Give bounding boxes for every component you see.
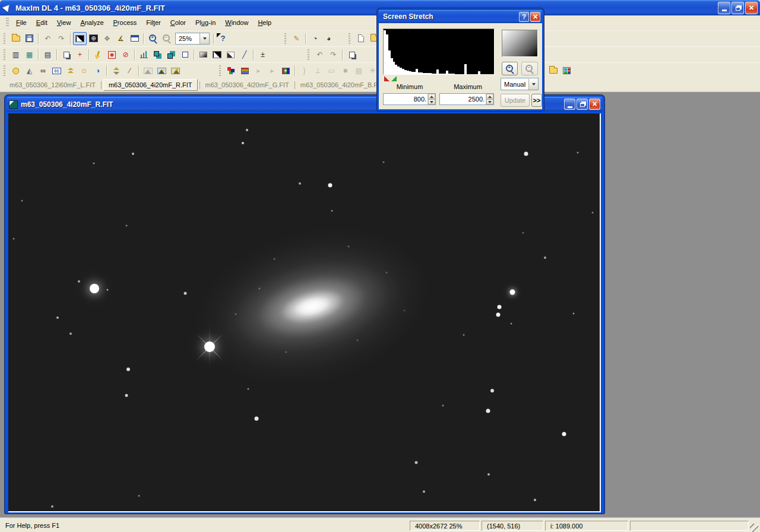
toolbar-grip[interactable] [2, 33, 7, 44]
minimum-up-button[interactable] [428, 94, 435, 99]
screen-stretch-dialog[interactable]: Screen Stretch ? × Minimum Maximum + − [377, 8, 544, 111]
maximum-marker-icon[interactable] [391, 76, 397, 81]
menu-analyze[interactable]: Analyze [75, 17, 108, 28]
image-window[interactable]: m63_050306_4i20mF_R.FIT × [5, 95, 604, 514]
flatten-background-button[interactable] [197, 48, 210, 61]
expand-button[interactable]: >> [531, 94, 542, 107]
mosaic-button[interactable] [560, 64, 574, 77]
rank-filter-button[interactable] [64, 64, 77, 77]
zoom-level-dropdown[interactable] [200, 33, 209, 44]
image-canvas[interactable] [8, 113, 601, 512]
toolbar-separator [106, 65, 107, 76]
mountain-dusk-button[interactable] [169, 64, 182, 77]
save-button[interactable] [23, 32, 36, 45]
zoom-level-combo[interactable]: 25% [175, 33, 210, 45]
toolbar-grip[interactable] [306, 49, 311, 60]
resize-grip[interactable] [750, 524, 758, 532]
tab-m63_050306_4i20mf_b.fit[interactable]: m63_050306_4i20mF_B.FIT [296, 80, 388, 90]
dialog-title-bar[interactable]: Screen Stretch ? × [379, 10, 542, 23]
maximum-down-button[interactable] [486, 99, 493, 104]
dialog-close-button[interactable]: × [530, 12, 540, 22]
new-document-button[interactable] [354, 32, 368, 45]
maximum-up-button[interactable] [486, 94, 493, 99]
toolbar-grip[interactable] [2, 65, 7, 76]
remove-artifact-button[interactable]: ⊘ [119, 48, 132, 61]
menu-file[interactable]: File [11, 17, 31, 28]
color-stack-button[interactable] [238, 64, 252, 77]
zoom-out-icon: − [525, 64, 534, 74]
menu-plugin[interactable]: Plug-in [191, 17, 220, 28]
calibration-button[interactable]: ▦ [23, 48, 36, 61]
annotate-button[interactable] [9, 64, 23, 77]
color-combine-button[interactable] [224, 64, 238, 77]
stretch-mode-combo[interactable]: Manual [501, 78, 539, 90]
toolbar-grip[interactable] [347, 33, 352, 44]
minimum-input[interactable] [384, 94, 428, 104]
menu-help[interactable]: Help [253, 17, 276, 28]
save-group-button[interactable] [546, 64, 560, 77]
toolbar-grip[interactable] [2, 49, 7, 60]
minimum-marker-icon[interactable] [384, 76, 390, 81]
information-window-button[interactable] [128, 32, 141, 45]
screen-stretch-button[interactable] [73, 32, 87, 45]
dark-glasses-icon: ∞ [38, 66, 48, 76]
dialog-help-button[interactable]: ? [519, 12, 529, 22]
zoom-in-button[interactable]: + [146, 32, 160, 45]
clock-button[interactable]: ◔ [308, 32, 322, 45]
clock-alarm-button[interactable]: ◕ [322, 32, 335, 45]
tab-m63_050306_4i20mf_g.fit[interactable]: m63_050306_4i20mF_G.FIT [201, 80, 294, 90]
stretch-mode-dropdown[interactable] [528, 79, 538, 90]
restore-button[interactable] [732, 2, 744, 14]
planet-button[interactable]: ◑ [91, 64, 104, 77]
measure-button[interactable]: ∡ [114, 32, 128, 45]
menu-process[interactable]: Process [109, 17, 142, 28]
image-minimize-button[interactable] [564, 99, 575, 110]
fft-graph-button[interactable] [137, 48, 151, 61]
menu-color[interactable]: Color [166, 17, 191, 28]
menu-filter[interactable]: Filter [141, 17, 165, 28]
duplicate-button[interactable] [345, 48, 359, 61]
sequence-button[interactable]: 01 [50, 64, 64, 77]
menu-edit[interactable]: Edit [31, 17, 52, 28]
remove-artifact-icon: ⊘ [121, 50, 131, 60]
tab-m63_050306_4i20mf_r.fit[interactable]: m63_050306_4i20mF_R.FIT [103, 79, 198, 91]
align-button[interactable] [151, 48, 164, 61]
open-button[interactable] [9, 32, 23, 45]
pixel-math-button[interactable]: ± [256, 48, 270, 61]
stack-button[interactable] [164, 48, 178, 61]
mountain-day-button[interactable] [155, 64, 169, 77]
menu-view[interactable]: View [52, 17, 76, 28]
maximum-input[interactable] [440, 94, 486, 104]
histogram-zoom-in-button[interactable]: + [502, 62, 518, 75]
blink-button[interactable] [178, 48, 192, 61]
stretch-histogram[interactable] [383, 28, 495, 75]
minimum-down-button[interactable] [428, 99, 435, 104]
toolbar-grip[interactable] [283, 33, 288, 44]
menu-window[interactable]: Window [220, 17, 253, 28]
tab-m63_050306_12i60mf_l.fit[interactable]: m63_050306_12i60mF_L.FIT [5, 80, 100, 90]
image-maximize-button[interactable] [577, 99, 588, 110]
close-button[interactable]: × [745, 2, 758, 14]
toolbar-group: ▸▸▸ [224, 64, 293, 77]
sort-button[interactable] [109, 64, 123, 77]
toolbar-grip[interactable] [218, 65, 223, 76]
image-close-button[interactable]: × [589, 99, 600, 110]
crosshair-add-button[interactable]: + [73, 48, 87, 61]
curves-button[interactable] [224, 48, 238, 61]
levels-line-button[interactable]: ╱ [238, 48, 251, 61]
stretch-button[interactable] [210, 48, 224, 61]
draw-pen-button[interactable]: ∕ [123, 64, 137, 77]
mask-button[interactable]: ◭ [23, 64, 36, 77]
draw-line-button[interactable]: ✎ [290, 32, 303, 45]
kernel-filter-button[interactable]: ∗ [105, 48, 119, 61]
histogram-window-button[interactable]: ▥ [9, 48, 23, 61]
convert-color-button[interactable]: ▸ [279, 64, 293, 77]
combine-button[interactable]: ▤ [41, 48, 55, 61]
minimize-button[interactable] [718, 2, 730, 14]
crosshair-button[interactable]: ⊕ [87, 32, 100, 45]
dark-glasses-button[interactable]: ∞ [36, 64, 50, 77]
clean-pixels-button[interactable] [91, 48, 105, 61]
smiley-button[interactable]: ☺ [77, 64, 91, 77]
context-help-button[interactable]: ? [216, 32, 230, 45]
copy-button[interactable] [59, 48, 73, 61]
